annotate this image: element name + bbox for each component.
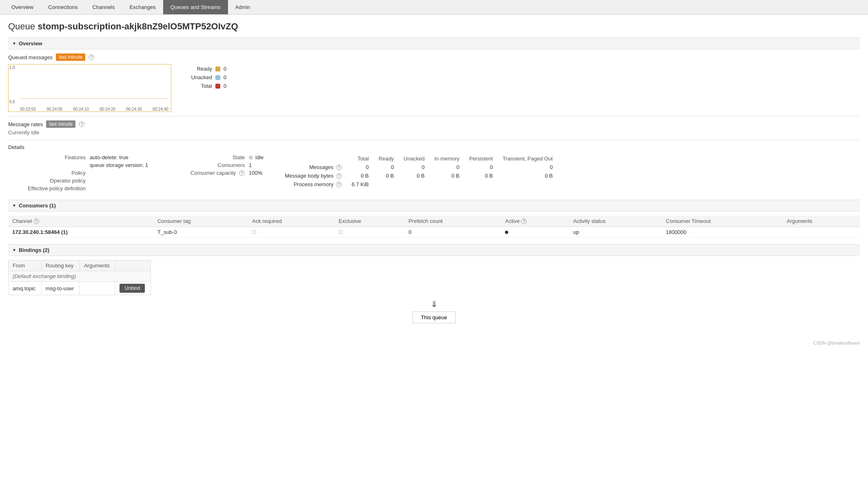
- chart-y-top: 1.0: [9, 65, 15, 70]
- messages-help-icon[interactable]: ?: [336, 165, 342, 170]
- chart-x-2: 00:24:10: [73, 107, 89, 111]
- overview-arrow-icon: ▼: [12, 41, 16, 46]
- consumers-table-header-row: Channel ? Consumer tag Ack required Excl…: [8, 216, 860, 227]
- process-memory-label: Process memory: [294, 181, 334, 187]
- messages-row: Messages ? 0 0 0 0 0 0: [280, 163, 558, 171]
- message-stats-table: Total Ready Unacked In memory Persistent…: [280, 154, 558, 189]
- consumers-arrow-icon: ▼: [12, 203, 16, 208]
- msg-stats-col-unacked: Unacked: [399, 154, 430, 163]
- process-memory-help-icon[interactable]: ?: [336, 182, 342, 187]
- messages-total: 0: [347, 163, 374, 171]
- unbind-button[interactable]: Unbind: [120, 284, 145, 293]
- consumer-active: [501, 227, 569, 238]
- features-label: Features: [8, 154, 90, 160]
- consumers-count: 1: [249, 162, 252, 168]
- process-memory-total: 6.7 KiB: [347, 180, 374, 189]
- chart-x-5: 00:24:40: [153, 107, 168, 111]
- consumer-channel[interactable]: 172.30.240.1:58464 (1): [8, 227, 153, 238]
- messages-ready: 0: [374, 163, 399, 171]
- details-middle: State idle Consumers 1 Consumer capacity…: [167, 154, 264, 193]
- details-left: Features auto-delete: true queue storage…: [8, 154, 151, 193]
- queue-storage-label: queue storage version:: [90, 162, 144, 168]
- chart-y-bottom: 0.0: [9, 100, 15, 104]
- nav-admin[interactable]: Admin: [228, 0, 258, 14]
- operator-policy-row: Operator policy: [8, 178, 151, 184]
- consumers-section-header[interactable]: ▼ Consumers (1): [8, 200, 860, 211]
- bindings-col-from: From: [9, 260, 42, 271]
- col-channel: Channel ?: [8, 216, 153, 227]
- messages-transient: 0: [498, 163, 558, 171]
- page-title: Queue stomp-subscription-akjk8nZ9elO5MTP…: [8, 21, 860, 32]
- msg-stats-col-total: Total: [347, 154, 374, 163]
- effective-policy-label: Effective policy definition: [8, 185, 90, 191]
- queued-messages-chart: 1.0 0.0 00:23:50 00:24:00 00:24:10 00:24…: [8, 64, 171, 112]
- queued-stats-panel: Ready 0 Unacked 0 Total 0: [184, 64, 226, 112]
- bindings-col-routing-key: Routing key: [41, 260, 80, 271]
- consumers-section-title: Consumers (1): [19, 202, 56, 209]
- queue-storage-val: 1: [145, 162, 148, 168]
- details-grid: Features auto-delete: true queue storage…: [8, 154, 860, 193]
- unacked-stat-row: Unacked 0: [184, 74, 226, 80]
- col-arguments: Arguments: [783, 216, 860, 227]
- nav-overview[interactable]: Overview: [4, 0, 41, 14]
- active-help-icon[interactable]: ?: [521, 218, 527, 224]
- body-bytes-total: 0 B: [347, 171, 374, 180]
- body-bytes-transient: 0 B: [498, 171, 558, 180]
- navigation: Overview Connections Channels Exchanges …: [0, 0, 868, 15]
- consumer-activity-status: up: [569, 227, 662, 238]
- body-bytes-persistent: 0 B: [464, 171, 498, 180]
- consumers-row: Consumers 1: [167, 162, 264, 168]
- queued-messages-help-icon[interactable]: ?: [89, 54, 94, 60]
- policy-label: Policy: [8, 170, 90, 176]
- consumer-capacity-help-icon[interactable]: ?: [239, 170, 245, 176]
- chart-x-3: 00:24:20: [100, 107, 115, 111]
- queue-storage-row: queue storage version: 1: [8, 162, 151, 168]
- idle-status: Currently idle: [8, 129, 860, 136]
- unacked-dot: [215, 75, 220, 80]
- last-minute-badge[interactable]: last minute: [56, 53, 85, 61]
- binding-arrow-icon: ⇓: [8, 299, 860, 309]
- messages-row-label: Messages: [309, 164, 333, 170]
- nav-exchanges[interactable]: Exchanges: [122, 0, 163, 14]
- bindings-col-arguments: Arguments: [80, 260, 115, 271]
- nav-queues-and-streams[interactable]: Queues and Streams: [163, 0, 228, 14]
- state-dot-icon: [249, 156, 253, 160]
- binding-from: amq.topic: [9, 282, 42, 295]
- unacked-value: 0: [224, 74, 226, 80]
- body-bytes-ready: 0 B: [374, 171, 399, 180]
- col-ack-required: Ack required: [248, 216, 334, 227]
- overview-section-header[interactable]: ▼ Overview: [8, 38, 860, 49]
- binding-routing-key: msg-to-user: [41, 282, 80, 295]
- body-bytes-in-memory: 0 B: [430, 171, 464, 180]
- exclusive-circle: [339, 230, 343, 234]
- total-dot: [215, 84, 220, 89]
- chart-svg: [20, 66, 168, 99]
- nav-connections[interactable]: Connections: [41, 0, 85, 14]
- message-rates-text: Message rates: [8, 121, 43, 127]
- bindings-col-action: [115, 260, 151, 271]
- total-value: 0: [224, 83, 226, 89]
- body-bytes-help-icon[interactable]: ?: [336, 173, 342, 179]
- col-activity-status: Activity status: [569, 216, 662, 227]
- body-bytes-unacked: 0 B: [399, 171, 430, 180]
- bindings-section-title: Bindings (2): [19, 247, 49, 253]
- nav-channels[interactable]: Channels: [85, 0, 122, 14]
- bindings-section: From Routing key Arguments (Default exch…: [8, 260, 860, 323]
- consumer-capacity-label: Consumer capacity ?: [167, 170, 249, 176]
- this-queue-button[interactable]: This queue: [412, 312, 456, 323]
- msg-stats-col-label: [280, 154, 347, 163]
- message-rates-badge[interactable]: last minute: [46, 120, 75, 128]
- ready-label: Ready: [184, 66, 212, 72]
- channel-help-icon[interactable]: ?: [33, 218, 39, 224]
- message-rates-help-icon[interactable]: ?: [79, 121, 84, 127]
- msg-stats-col-persistent: Persistent: [464, 154, 498, 163]
- binding-arguments: [80, 282, 115, 295]
- total-stat-row: Total 0: [184, 83, 226, 89]
- state-label: State: [167, 154, 249, 160]
- bindings-arrow-icon: ▼: [12, 248, 16, 252]
- bindings-section-header[interactable]: ▼ Bindings (2): [8, 244, 860, 256]
- operator-policy-label: Operator policy: [8, 178, 90, 184]
- message-stats-panel: Total Ready Unacked In memory Persistent…: [280, 154, 558, 193]
- msg-stats-col-in-memory: In memory: [430, 154, 464, 163]
- effective-policy-row: Effective policy definition: [8, 185, 151, 191]
